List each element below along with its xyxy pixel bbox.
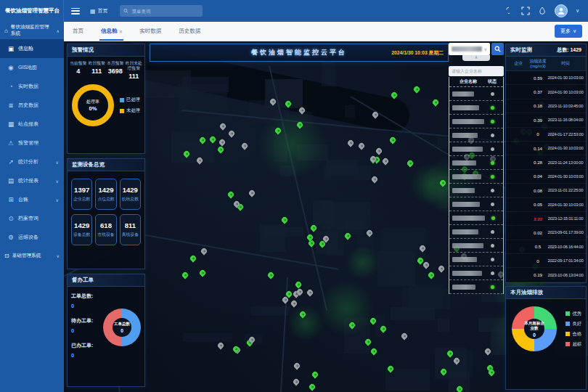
- breadcrumb[interactable]: ▦ 首页: [90, 7, 108, 15]
- sidebar-item-archive-query[interactable]: ⊙档案查询: [0, 209, 64, 228]
- map-pin[interactable]: [294, 280, 302, 288]
- list-item[interactable]: [449, 142, 503, 156]
- map-pin[interactable]: [437, 264, 445, 272]
- chevron-down-icon[interactable]: ∨: [576, 8, 579, 14]
- table-row[interactable]: 0.372024-01-30 10:03:00: [506, 85, 586, 99]
- menu-search-input[interactable]: [130, 8, 198, 15]
- table-row[interactable]: 0.042024-01-30 10:03:00: [506, 170, 586, 184]
- sidebar-section-system[interactable]: ⌂ 餐饮油烟监控管理系统 ∧: [0, 22, 64, 39]
- sidebar-item-ops-device[interactable]: ⚙运维设备: [0, 228, 64, 247]
- map-pin[interactable]: [369, 347, 377, 355]
- chevron-down-icon: ∨: [484, 46, 487, 52]
- hamburger-menu-icon[interactable]: [71, 8, 80, 15]
- collapse-toggle[interactable]: ∧: [462, 55, 490, 61]
- map-pin[interactable]: [293, 362, 301, 369]
- map-green-area: [318, 280, 374, 336]
- company-name-input[interactable]: [449, 66, 504, 76]
- list-item[interactable]: [449, 115, 503, 128]
- tab-历史数据[interactable]: 历史数据: [177, 22, 202, 41]
- warning-stat-value: 3698: [106, 68, 125, 75]
- map-pin[interactable]: [308, 383, 316, 391]
- flame-icon[interactable]: [538, 7, 547, 15]
- map-pin[interactable]: [358, 142, 366, 150]
- map-pin[interactable]: [381, 158, 389, 166]
- list-item[interactable]: [449, 211, 503, 225]
- map-pin[interactable]: [216, 341, 224, 349]
- list-item[interactable]: [449, 239, 503, 253]
- map-pin[interactable]: [293, 377, 301, 385]
- map-pin[interactable]: [216, 145, 224, 153]
- table-row[interactable]: 2.222023-12-15 01:11:00: [506, 212, 586, 226]
- sidebar-item-history-data[interactable]: ≣历史数据: [0, 96, 64, 115]
- table-row[interactable]: 0.592024-01-30 10:03:00: [506, 71, 586, 85]
- sidebar-item-stat-report[interactable]: ▤统计报表∨: [0, 171, 64, 190]
- more-button[interactable]: 更多 ∨: [555, 25, 582, 38]
- table-row[interactable]: 0.082023-11-01 22:25:00: [506, 184, 586, 197]
- sidebar-item-realtime-data[interactable]: ◔实时数据: [0, 77, 64, 96]
- list-item[interactable]: [449, 156, 503, 170]
- list-item[interactable]: [449, 197, 503, 211]
- company-search-button[interactable]: [491, 43, 504, 55]
- table-row[interactable]: 0.052024-01-30 10:03:00: [506, 198, 586, 212]
- company-select[interactable]: ∨: [449, 43, 490, 55]
- table-row[interactable]: 02022-09-17 01:34:00: [506, 254, 586, 268]
- sidebar-item-ledger[interactable]: ⊞台账∨: [0, 190, 64, 209]
- map-pin[interactable]: [281, 216, 289, 224]
- map-pin[interactable]: [346, 139, 354, 147]
- table-row[interactable]: 02024-01-17 22:53:00: [506, 128, 586, 142]
- sidebar-item-gis-map[interactable]: ◉GIS地图: [0, 58, 64, 77]
- map-pin[interactable]: [181, 271, 189, 279]
- list-item[interactable]: [449, 184, 503, 197]
- map-pin[interactable]: [306, 289, 314, 297]
- table-row[interactable]: 0.392023-11-16 08:04:00: [506, 113, 586, 127]
- bell-icon[interactable]: [505, 7, 513, 15]
- map-pin[interactable]: [413, 85, 421, 93]
- map-pin[interactable]: [389, 136, 397, 144]
- user-avatar[interactable]: [555, 4, 568, 17]
- sidebar-item-info-cabin[interactable]: ▣信息舱: [0, 39, 64, 58]
- status-cell: [485, 216, 501, 220]
- sidebar-section-base[interactable]: ⊡ 基础管理系统 ∨: [0, 247, 64, 264]
- list-item[interactable]: [449, 87, 503, 101]
- map-pin[interactable]: [240, 142, 248, 150]
- fullscreen-icon[interactable]: [521, 7, 530, 15]
- sidebar-item-stat-analysis[interactable]: ↗统计分析∨: [0, 152, 64, 171]
- tab-实时数据[interactable]: 实时数据: [138, 22, 163, 41]
- map-pin[interactable]: [266, 271, 274, 279]
- table-row[interactable]: 0.022023-09-01 17:39:00: [506, 226, 586, 240]
- map-pin[interactable]: [226, 191, 234, 199]
- list-item[interactable]: [449, 101, 503, 115]
- map-pin[interactable]: [432, 99, 440, 107]
- list-item[interactable]: [449, 266, 503, 280]
- map-pin[interactable]: [199, 269, 207, 277]
- map-pin[interactable]: [219, 122, 227, 130]
- map-pin[interactable]: [200, 248, 208, 256]
- table-row[interactable]: 0.192023-10-06 13:04:00: [506, 268, 586, 282]
- list-item[interactable]: [449, 280, 503, 294]
- list-item[interactable]: [449, 170, 503, 184]
- map-pin[interactable]: [401, 332, 409, 340]
- sidebar-item-label: 档案查询: [18, 215, 38, 222]
- map-pin[interactable]: [371, 175, 379, 183]
- map-pin[interactable]: [228, 129, 236, 137]
- table-row[interactable]: 0.182023-11-10 03:45:00: [506, 99, 586, 113]
- map-pin[interactable]: [189, 255, 197, 263]
- sidebar-item-warning-mgmt[interactable]: ⚠预警管理: [0, 134, 64, 152]
- map-pin[interactable]: [406, 159, 414, 167]
- table-row[interactable]: 0.142024-01-30 10:03:00: [506, 142, 586, 155]
- map-pin[interactable]: [428, 271, 436, 279]
- tab-首页[interactable]: 首页: [71, 22, 85, 41]
- table-row[interactable]: 0.52023-10-06 16:44:00: [506, 240, 586, 254]
- app-title: 餐饮油烟管理智慧平台: [0, 0, 64, 22]
- list-item[interactable]: [449, 128, 503, 142]
- list-item[interactable]: [449, 225, 503, 239]
- sidebar-item-station-report[interactable]: ▦站点报表: [0, 115, 64, 134]
- map-pin[interactable]: [311, 370, 319, 378]
- map-green-area: [258, 110, 326, 179]
- map-pin[interactable]: [219, 139, 226, 147]
- table-row[interactable]: 0.282023-11-24 13:00:00: [506, 155, 586, 169]
- list-item[interactable]: [449, 253, 503, 266]
- map-pin[interactable]: [375, 147, 383, 155]
- tab-信息舱[interactable]: 信息舱×: [99, 22, 123, 41]
- map-pin[interactable]: [248, 189, 256, 197]
